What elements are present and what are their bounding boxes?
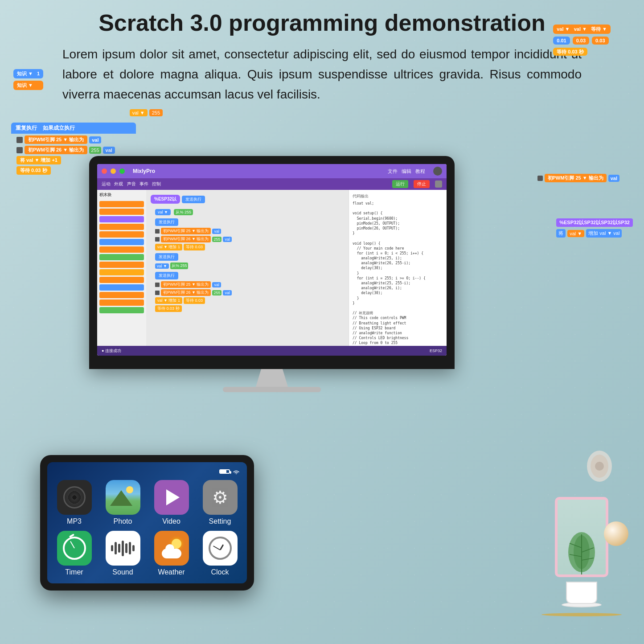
monitor-stand <box>245 369 299 387</box>
val-blocks: val ▼ 255 <box>130 109 163 116</box>
scratch-statusbar: ● 连接成功 ESP32 <box>97 346 447 356</box>
var-block: 发送执行 <box>155 253 178 261</box>
pwm-float-right: 初PWM引脚 25 ▼ 输出为 val <box>537 174 619 182</box>
categories-title: 积木块 <box>99 192 144 198</box>
settings-icon <box>435 180 442 188</box>
app-timer[interactable]: Timer <box>53 531 96 576</box>
app-photo[interactable]: Photo <box>101 480 144 525</box>
app-clock[interactable]: Clock <box>198 531 242 576</box>
svg-point-9 <box>595 462 604 471</box>
toolbar-label: 运动 外观 声音 事件 控制 <box>102 181 161 187</box>
plant-leaf-svg <box>562 525 602 574</box>
photo-inner <box>106 480 140 515</box>
bar-4 <box>122 541 124 556</box>
timer-icon <box>57 531 92 566</box>
wait-small: 等待 0.03 秒 <box>155 305 344 312</box>
scratch-categories: 积木块 <box>97 190 146 346</box>
app-weather[interactable]: Weather <box>150 531 193 576</box>
esp32-header: %ESP32以 <box>151 195 180 204</box>
minute-hand <box>213 546 220 550</box>
cup-saucer <box>562 582 602 607</box>
output-title: 代码输出 <box>353 193 443 199</box>
scratch-toolbar: 运动 外观 声音 事件 控制 运行 停止 <box>97 178 447 190</box>
bar-6 <box>129 542 131 554</box>
mp3-label: MP3 <box>67 517 82 525</box>
tablet-status-bar <box>53 469 242 475</box>
float-block-1: val ▼ val ▼ 等待 ▼ <box>553 25 611 34</box>
description-text: Lorem ipsum dolor sit amet, consectetur … <box>62 45 582 104</box>
sound-wave <box>111 541 135 556</box>
repeat-block: 重复执行 如果成立执行 <box>11 123 136 134</box>
photo-icon <box>106 480 140 515</box>
pwm-block-2: 初PWM引脚 26 ▼ 输出为 255 val <box>16 146 136 154</box>
cat-8 <box>99 254 144 260</box>
val-add-inner-2: val ▼ 增加 1 等待 0.03 <box>155 297 344 304</box>
app-video[interactable]: Video <box>150 480 193 525</box>
weather-label: Weather <box>158 568 185 576</box>
cat-4 <box>99 224 144 230</box>
minimize-btn <box>111 168 116 174</box>
bar-2 <box>115 542 117 554</box>
video-icon <box>154 480 189 515</box>
plant-bg <box>558 500 606 574</box>
float-block-wait: 等待 0.03 秒 <box>553 48 587 56</box>
pwm-block-1: 初PWM引脚 25 ▼ 输出为 val <box>16 135 136 144</box>
title-section: Scratch 3.0 programming demonstration <box>53 9 591 37</box>
main-container: Scratch 3.0 programming demonstration Lo… <box>0 0 644 644</box>
scratch-ide: MixlyPro 文件 编辑 教程 运动 外观 声音 事件 控制 运行 停止 <box>97 164 447 356</box>
timer-label: Timer <box>65 568 83 576</box>
weather-graphic <box>159 538 184 558</box>
pwm-inner-3: 初PWM引脚 25 ▼ 输出为 val <box>155 281 344 288</box>
send-block: 发送执行 <box>182 196 205 203</box>
board-text: ESP32 <box>430 349 442 353</box>
app-sound[interactable]: Sound <box>101 531 144 576</box>
stop-button[interactable]: 停止 <box>414 180 430 188</box>
photo-label: Photo <box>114 517 132 525</box>
battery-icon <box>219 469 230 474</box>
run-button[interactable]: 运行 <box>392 180 408 188</box>
bar-3 <box>118 544 120 553</box>
cat-5 <box>99 231 144 238</box>
cat-11 <box>99 277 144 283</box>
bar-7 <box>132 545 135 551</box>
val-255-block: val ▼ 从% 255 <box>155 207 344 215</box>
scratch-body: 积木块 <box>97 190 447 346</box>
decorative-ball <box>604 521 628 546</box>
float-block-4: 0.03 <box>592 37 608 45</box>
setting-label: Setting <box>209 517 231 525</box>
output-code: float val; void setup() { Serial.begin(9… <box>353 201 443 346</box>
monitor-screen: MixlyPro 文件 编辑 教程 运动 外观 声音 事件 控制 运行 停止 <box>97 164 447 356</box>
app-mp3[interactable]: MP3 <box>53 480 96 525</box>
vinyl-disc <box>63 486 86 509</box>
clock-label: Clock <box>211 568 229 576</box>
weather-inner <box>159 538 184 558</box>
float-block-2: 0.01 <box>553 37 570 45</box>
cat-14 <box>99 299 144 306</box>
scratch-code-area: %ESP32以 发送执行 val ▼ 从% 255 发送执行 初 <box>146 190 349 346</box>
scratch-topbar: MixlyPro 文件 编辑 教程 <box>97 164 447 178</box>
sound-label: Sound <box>112 568 133 576</box>
val-255-2: val ▼ 从% 255 <box>155 263 344 269</box>
timer-hand <box>70 541 75 549</box>
cat-3 <box>99 216 144 222</box>
status-text: ● 连接成功 <box>102 348 121 354</box>
send-block-3: 发送执行 <box>155 272 178 279</box>
float-block-left-2: 知识 ▼ <box>13 81 43 90</box>
cat-13 <box>99 292 144 298</box>
float-block-left-1: 知识 ▼ 1 <box>13 69 43 78</box>
cup <box>566 582 597 604</box>
cat-7 <box>99 246 144 253</box>
headphone-svg <box>582 442 617 486</box>
pwm-inner-2: 初PWM引脚 26 ▼ 输出为 255 val <box>155 236 344 242</box>
app-setting[interactable]: ⚙ Setting <box>198 480 242 525</box>
clock-face <box>209 537 232 560</box>
scratch-output: 代码输出 float val; void setup() { Serial.be… <box>349 190 447 346</box>
ide-menu-items: 文件 编辑 教程 <box>388 168 425 175</box>
cat-15 <box>99 307 144 313</box>
gear-symbol: ⚙ <box>212 487 228 508</box>
wifi-icon <box>233 469 240 475</box>
tablet-outer: MP3 Photo <box>40 455 254 591</box>
cat-1 <box>99 201 144 207</box>
float-blocks-right-mid: 初PWM引脚 25 ▼ 输出为 val <box>537 174 619 182</box>
monitor-section: MixlyPro 文件 编辑 教程 运动 外观 声音 事件 控制 运行 停止 <box>89 156 455 392</box>
